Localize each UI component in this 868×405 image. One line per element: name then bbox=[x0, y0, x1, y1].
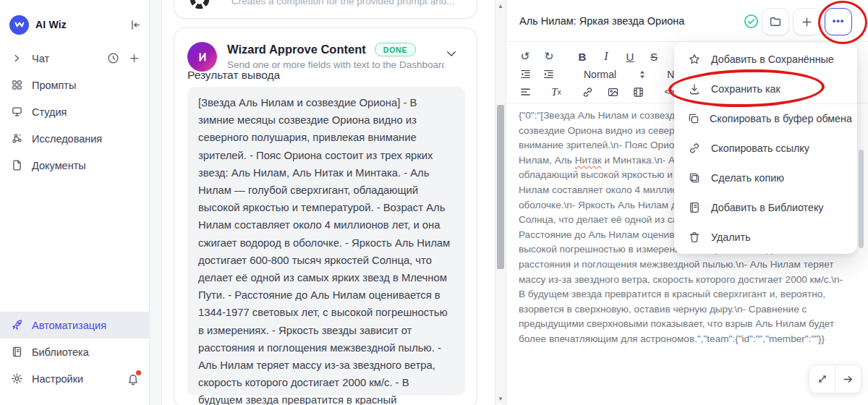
studio-easel-icon bbox=[10, 106, 24, 118]
sidebar-item-label: Чат bbox=[32, 53, 49, 64]
strikethrough-icon[interactable]: S bbox=[647, 51, 660, 63]
add-button[interactable] bbox=[793, 8, 820, 35]
document-icon bbox=[10, 159, 24, 171]
sidebar: AI Wiz Чат Промпты bbox=[0, 0, 150, 405]
result-text: [Звезда Аль Нилам и созвездие Ориона] - … bbox=[198, 94, 454, 405]
previous-step-card[interactable]: Creates a completion for the provided pr… bbox=[174, 0, 477, 19]
redo-icon[interactable]: ↻ bbox=[542, 50, 556, 63]
menu-item-make-copy[interactable]: Сделать копию bbox=[674, 163, 857, 192]
sidebar-item-library[interactable]: Библиотека bbox=[0, 338, 150, 365]
library-book-icon bbox=[687, 201, 702, 214]
app-title: AI Wiz bbox=[35, 19, 67, 30]
trash-icon bbox=[687, 231, 702, 244]
sidebar-item-studio[interactable]: Студия bbox=[0, 98, 150, 125]
saved-check-icon bbox=[743, 13, 760, 30]
sidebar-item-label: Библиотека bbox=[32, 346, 89, 358]
ellipsis-icon: ••• bbox=[833, 15, 845, 26]
insert-image-icon[interactable] bbox=[606, 86, 619, 98]
gear-icon bbox=[10, 372, 24, 385]
menu-item-copy-link[interactable]: Скопировать ссылку bbox=[674, 133, 857, 163]
menu-item-delete[interactable]: Удалить bbox=[674, 222, 857, 252]
align-icon[interactable] bbox=[519, 86, 532, 98]
panel-scrollbar-thumb[interactable] bbox=[859, 150, 864, 248]
library-icon bbox=[10, 346, 24, 358]
sidebar-item-label: Документы bbox=[32, 160, 86, 171]
openai-icon bbox=[187, 0, 213, 15]
sidebar-item-research[interactable]: Исследования bbox=[0, 125, 150, 152]
more-options-button[interactable]: ••• bbox=[825, 8, 852, 35]
download-icon bbox=[687, 82, 702, 95]
panel-gutter bbox=[150, 0, 162, 405]
sidebar-item-label: Студия bbox=[32, 106, 67, 118]
insert-link-icon[interactable] bbox=[581, 86, 594, 98]
card-title: Wizard Approve Content bbox=[227, 43, 366, 56]
duplicate-icon bbox=[687, 171, 702, 184]
document-header: Аль Нилам: Яркая звезда Ориона ••• bbox=[507, 0, 868, 42]
link-icon bbox=[687, 142, 702, 155]
sidebar-item-label: Настройки bbox=[32, 373, 83, 385]
chevron-right-icon bbox=[10, 54, 24, 63]
sidebar-item-documents[interactable]: Документы bbox=[0, 152, 150, 179]
result-label: Результат вывода bbox=[187, 69, 280, 82]
scrollbar-thumb[interactable] bbox=[497, 105, 504, 269]
expand-button[interactable] bbox=[809, 365, 835, 393]
menu-item-save-as[interactable]: Сохранить как bbox=[674, 74, 857, 103]
star-icon bbox=[687, 53, 702, 66]
vertical-scrollbar[interactable]: ▲ ▼ bbox=[495, 0, 506, 405]
bold-icon[interactable]: B bbox=[576, 51, 589, 63]
molecule-icon bbox=[10, 132, 24, 145]
collapse-sidebar-icon[interactable] bbox=[129, 19, 141, 31]
more-options-menu: Добавить в Сохранённые Сохранить как Ско… bbox=[674, 42, 857, 254]
sidebar-item-settings[interactable]: Настройки bbox=[0, 365, 150, 392]
indent-icon[interactable] bbox=[542, 68, 555, 80]
history-clock-icon[interactable] bbox=[107, 52, 119, 64]
misspelled-word: Нитак bbox=[575, 155, 602, 166]
sidebar-bottom-nav: Автоматизация Библиотека Настройки bbox=[0, 312, 150, 392]
result-box: [Звезда Аль Нилам и созвездие Ориона] - … bbox=[187, 87, 465, 396]
sidebar-item-label: Автоматизация bbox=[32, 320, 106, 331]
next-arrow-button[interactable] bbox=[835, 365, 861, 393]
folder-button[interactable] bbox=[762, 8, 789, 35]
menu-item-add-to-saved[interactable]: Добавить в Сохранённые bbox=[674, 44, 857, 74]
rocket-icon bbox=[10, 319, 24, 331]
app-logo-icon bbox=[9, 15, 29, 35]
underline-icon[interactable]: U bbox=[624, 51, 637, 63]
status-badge: DONE bbox=[375, 43, 417, 56]
chevron-down-icon[interactable] bbox=[445, 47, 458, 60]
wizard-approve-card: Wizard Approve Content DONE Send one or … bbox=[174, 27, 477, 405]
clipboard-copy-icon bbox=[687, 112, 700, 125]
sidebar-item-prompts[interactable]: Промпты bbox=[0, 72, 150, 98]
floating-actions bbox=[809, 364, 861, 393]
sidebar-item-automation[interactable]: Автоматизация bbox=[0, 312, 150, 338]
scroll-down-icon[interactable]: ▼ bbox=[495, 396, 506, 402]
logo-row: AI Wiz bbox=[9, 13, 141, 36]
insert-video-icon[interactable] bbox=[631, 86, 644, 98]
sidebar-item-chat[interactable]: Чат bbox=[0, 45, 150, 72]
sidebar-nav: Чат Промпты Студия bbox=[0, 45, 150, 179]
new-chat-plus-icon[interactable] bbox=[129, 53, 140, 64]
document-title: Аль Нилам: Яркая звезда Ориона bbox=[519, 15, 684, 27]
scroll-up-icon[interactable]: ▲ bbox=[495, 3, 506, 9]
wizard-icon bbox=[187, 42, 217, 72]
sidebar-item-label: Исследования bbox=[32, 133, 102, 145]
sidebar-item-label: Промпты bbox=[32, 80, 76, 91]
menu-item-copy-to-clipboard[interactable]: Скопировать в буфер обмена bbox=[674, 103, 857, 133]
grid-icon bbox=[10, 79, 24, 91]
notification-dot bbox=[136, 370, 141, 375]
italic-icon[interactable]: I bbox=[600, 50, 613, 63]
clear-formatting-icon[interactable]: Tx bbox=[550, 86, 563, 98]
paragraph-style-select[interactable]: Normal bbox=[584, 69, 647, 80]
outdent-icon[interactable] bbox=[519, 68, 532, 80]
undo-icon[interactable]: ↺ bbox=[519, 50, 532, 63]
menu-item-add-to-library[interactable]: Добавить в Библиотеку bbox=[674, 192, 857, 222]
previous-step-description: Creates a completion for the provided pr… bbox=[231, 0, 470, 7]
notifications-bell-icon[interactable] bbox=[127, 372, 140, 385]
